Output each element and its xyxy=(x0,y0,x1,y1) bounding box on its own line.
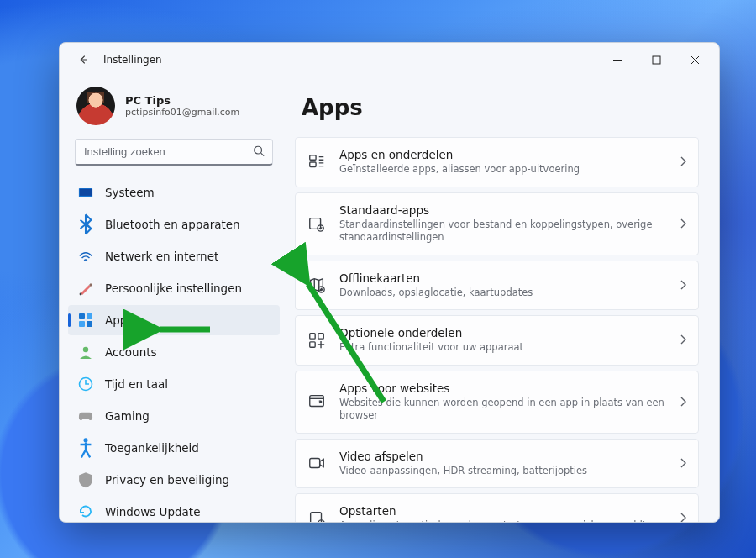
sidebar-item-windows-update[interactable]: Windows Update xyxy=(68,497,280,522)
time-language-icon xyxy=(78,376,93,392)
sidebar-item-network[interactable]: Netwerk en internet xyxy=(68,241,280,271)
close-icon xyxy=(690,55,700,65)
sidebar-item-label: Apps xyxy=(105,313,133,327)
card-video-playback[interactable]: Video afspelen Video-aanpassingen, HDR-s… xyxy=(295,439,699,489)
card-sub: Video-aanpassingen, HDR-streaming, batte… xyxy=(339,465,666,478)
sidebar-item-time-language[interactable]: Tijd en taal xyxy=(68,369,280,399)
svg-rect-6 xyxy=(79,313,85,319)
chevron-right-icon xyxy=(680,455,686,471)
card-sub: Extra functionaliteit voor uw apparaat xyxy=(339,341,666,355)
startup-icon xyxy=(307,509,326,522)
minimize-button[interactable] xyxy=(598,46,637,73)
apps-features-icon xyxy=(307,153,326,171)
content-area: Apps Apps en onderdelen Geïnstalleerde a… xyxy=(288,76,719,522)
search-input[interactable] xyxy=(75,139,273,166)
windows-update-icon xyxy=(78,504,93,519)
sidebar-item-label: Gaming xyxy=(105,409,150,423)
card-title: Apps voor websites xyxy=(339,382,666,395)
card-sub: Apps die automatisch worden gestart wann… xyxy=(339,519,666,522)
card-apps-features[interactable]: Apps en onderdelen Geïnstalleerde apps, … xyxy=(295,137,699,187)
optional-features-icon xyxy=(307,331,326,350)
svg-point-10 xyxy=(83,347,88,352)
network-icon xyxy=(78,249,93,264)
sidebar: PC Tips pctipsinfo01@gmail.com Syst xyxy=(60,76,288,522)
window-title: Instellingen xyxy=(103,54,162,66)
accounts-icon xyxy=(78,345,93,360)
sidebar-item-gaming[interactable]: Gaming xyxy=(68,401,280,431)
chevron-right-icon xyxy=(680,154,686,170)
svg-rect-3 xyxy=(80,189,92,196)
nav-list: Systeem Bluetooth en apparaten Netwerk e… xyxy=(68,177,280,522)
svg-rect-14 xyxy=(310,162,316,167)
search-icon xyxy=(253,145,265,161)
card-sub: Standaardinstellingen voor bestand en ko… xyxy=(339,218,666,245)
bluetooth-icon xyxy=(78,217,93,232)
back-button[interactable] xyxy=(71,48,95,71)
svg-rect-8 xyxy=(79,321,85,327)
arrow-left-icon xyxy=(77,54,89,66)
card-title: Offlinekaarten xyxy=(339,271,666,285)
sidebar-item-label: Windows Update xyxy=(105,505,200,519)
chevron-right-icon xyxy=(680,277,686,293)
maximize-icon xyxy=(652,55,661,65)
sidebar-item-accounts[interactable]: Accounts xyxy=(68,337,280,367)
svg-rect-13 xyxy=(310,155,316,161)
card-sub: Downloads, opslaglocatie, kaartupdates xyxy=(339,287,666,300)
page-title: Apps xyxy=(302,95,699,120)
chevron-right-icon xyxy=(680,216,686,232)
card-title: Optionele onderdelen xyxy=(339,326,666,340)
card-apps-for-websites[interactable]: Apps voor websites Websites die kunnen w… xyxy=(295,371,699,434)
card-sub: Geïnstalleerde apps, aliassen voor app-u… xyxy=(339,163,666,176)
sidebar-item-personalization[interactable]: Persoonlijke instellingen xyxy=(68,273,280,303)
close-button[interactable] xyxy=(675,46,714,73)
minimize-icon xyxy=(613,55,622,65)
settings-window: Instellingen PC Tips pctipsinfo01@gmail.… xyxy=(59,42,720,523)
avatar xyxy=(76,87,115,125)
svg-rect-22 xyxy=(310,459,320,468)
svg-rect-9 xyxy=(87,321,92,327)
chevron-right-icon xyxy=(680,510,686,522)
profile-block[interactable]: PC Tips pctipsinfo01@gmail.com xyxy=(68,76,280,139)
accessibility-icon xyxy=(78,440,93,455)
card-title: Standaard-apps xyxy=(339,203,666,217)
card-title: Video afspelen xyxy=(339,450,666,463)
sidebar-item-apps[interactable]: Apps xyxy=(68,305,280,335)
card-sub: Websites die kunnen worden geopend in ee… xyxy=(339,397,666,423)
personalization-icon xyxy=(78,281,93,296)
profile-email: pctipsinfo01@gmail.com xyxy=(125,107,239,118)
sidebar-item-accessibility[interactable]: Toegankelijkheid xyxy=(68,433,280,463)
svg-rect-7 xyxy=(87,313,92,319)
card-title: Opstarten xyxy=(339,504,666,518)
profile-name: PC Tips xyxy=(125,94,239,107)
svg-rect-18 xyxy=(310,334,315,339)
svg-point-5 xyxy=(80,293,82,296)
card-startup[interactable]: Opstarten Apps die automatisch worden ge… xyxy=(295,493,699,522)
privacy-icon xyxy=(78,472,93,487)
card-title: Apps en onderdelen xyxy=(339,148,666,161)
sidebar-item-label: Accounts xyxy=(105,345,157,359)
maximize-button[interactable] xyxy=(637,46,675,73)
sidebar-item-label: Tijd en taal xyxy=(105,377,168,391)
svg-point-1 xyxy=(255,146,262,154)
sidebar-item-privacy[interactable]: Privacy en beveiliging xyxy=(68,465,280,495)
system-icon xyxy=(78,185,93,200)
sidebar-item-system[interactable]: Systeem xyxy=(68,177,280,208)
card-default-apps[interactable]: Standaard-apps Standaardinstellingen voo… xyxy=(295,192,699,255)
card-optional-features[interactable]: Optionele onderdelen Extra functionalite… xyxy=(295,315,699,366)
sidebar-item-label: Bluetooth en apparaten xyxy=(105,218,240,231)
card-offline-maps[interactable]: Offlinekaarten Downloads, opslaglocatie,… xyxy=(295,261,699,311)
svg-rect-0 xyxy=(653,56,660,64)
svg-rect-19 xyxy=(318,334,323,339)
default-apps-icon xyxy=(307,214,326,233)
chevron-right-icon xyxy=(680,332,686,348)
svg-rect-20 xyxy=(310,342,315,347)
sidebar-item-label: Privacy en beveiliging xyxy=(105,473,229,487)
apps-icon xyxy=(78,313,93,328)
offline-maps-icon xyxy=(307,276,326,294)
svg-rect-21 xyxy=(310,396,324,407)
sidebar-item-bluetooth[interactable]: Bluetooth en apparaten xyxy=(68,209,280,240)
sidebar-item-label: Persoonlijke instellingen xyxy=(105,282,242,295)
titlebar: Instellingen xyxy=(60,43,719,76)
sidebar-item-label: Toegankelijkheid xyxy=(105,441,199,455)
apps-for-websites-icon xyxy=(307,392,326,411)
